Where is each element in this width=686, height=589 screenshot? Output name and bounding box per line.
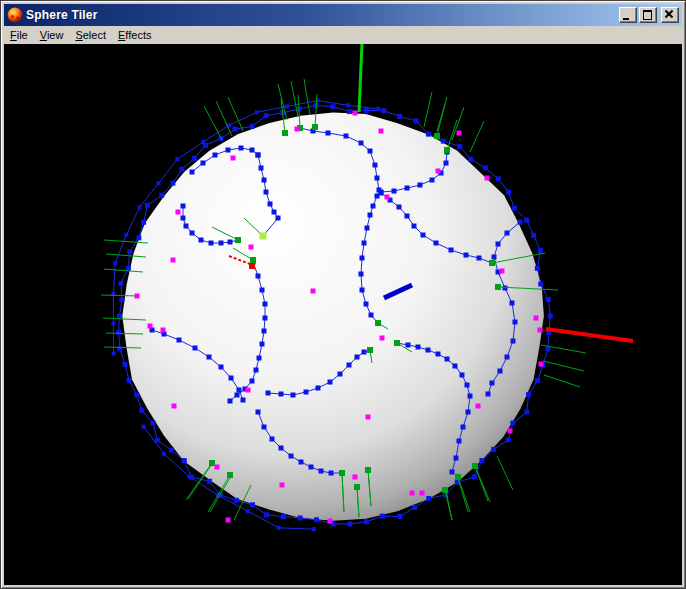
window-title: Sphere Tiler: [26, 8, 619, 22]
app-window: Sphere Tiler FileViewSelectEffects: [0, 0, 686, 589]
minimize-button[interactable]: [619, 7, 637, 23]
sphere-render[interactable]: [4, 44, 682, 585]
menu-bar: FileViewSelectEffects: [4, 26, 682, 44]
maximize-button[interactable]: [639, 7, 657, 23]
menu-item-select[interactable]: Select: [69, 27, 112, 43]
close-icon: [664, 9, 674, 19]
title-bar[interactable]: Sphere Tiler: [4, 4, 682, 26]
fireball-icon: [7, 7, 23, 23]
maximize-icon: [643, 10, 652, 20]
minimize-icon: [623, 18, 629, 20]
viewport-canvas[interactable]: [4, 44, 682, 585]
menu-item-view[interactable]: View: [34, 27, 70, 43]
window-controls: [619, 7, 679, 23]
menu-item-file[interactable]: File: [4, 27, 34, 43]
menu-item-effects[interactable]: Effects: [112, 27, 157, 43]
close-button[interactable]: [661, 7, 679, 23]
